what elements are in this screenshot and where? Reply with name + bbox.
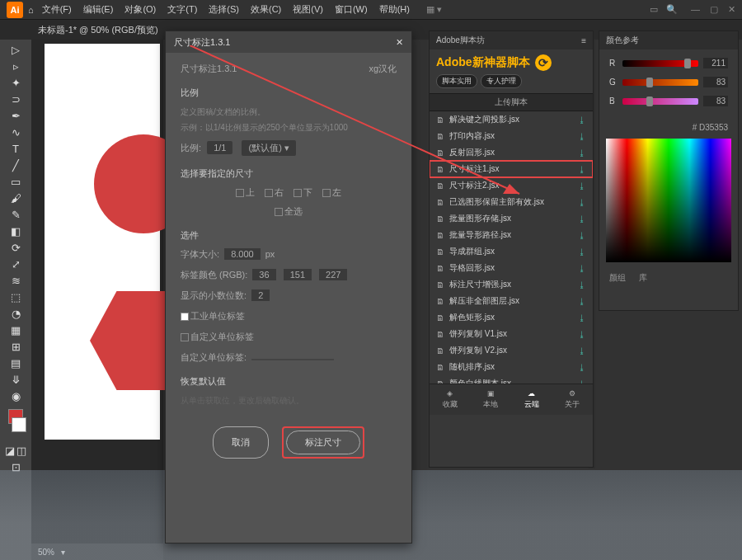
download-icon[interactable]: ⭳ bbox=[578, 346, 586, 355]
menu-file[interactable]: 文件(F) bbox=[42, 3, 72, 16]
script-item[interactable]: 🗎反射回形.jsx⭳ bbox=[430, 144, 593, 161]
menu-effect[interactable]: 效果(C) bbox=[251, 3, 281, 16]
b-value[interactable]: 83 bbox=[703, 96, 728, 106]
script-item[interactable]: 🗎导成群组.jsx⭳ bbox=[430, 243, 593, 260]
home-icon[interactable]: ⌂ bbox=[28, 5, 34, 15]
artboard[interactable] bbox=[45, 44, 160, 440]
eraser-tool[interactable]: ◧ bbox=[9, 224, 22, 238]
download-icon[interactable]: ⭳ bbox=[578, 330, 586, 339]
script-item[interactable]: 🗎解决键之间投影.jsx⭳ bbox=[430, 111, 593, 128]
script-item[interactable]: 🗎尺寸标注1.jsx⭳ bbox=[430, 161, 593, 177]
decimal-input[interactable]: 2 bbox=[251, 289, 270, 301]
lasso-tool[interactable]: ⊃ bbox=[9, 92, 22, 106]
custom-unit-input[interactable] bbox=[251, 359, 334, 360]
workspace-icon[interactable]: ▦ ▾ bbox=[426, 4, 442, 15]
ck-down[interactable]: 下 bbox=[294, 186, 312, 199]
rgb-r-input[interactable]: 36 bbox=[252, 269, 275, 280]
ck-industrial[interactable]: 工业单位标签 bbox=[181, 310, 397, 322]
footer-local[interactable]: ▣本地 bbox=[483, 389, 498, 410]
download-icon[interactable]: ⭳ bbox=[578, 247, 586, 256]
b-slider[interactable] bbox=[622, 98, 698, 105]
scale-tool[interactable]: ⤢ bbox=[9, 257, 22, 271]
color-mode-icon[interactable]: ◪ bbox=[5, 445, 15, 457]
font-size-input[interactable]: 8.000 bbox=[224, 248, 261, 260]
menu-help[interactable]: 帮助(H) bbox=[379, 3, 410, 16]
tag-1[interactable]: 脚本实用 bbox=[436, 74, 477, 88]
script-item[interactable]: 🗎尺寸标注2.jsx⭳ bbox=[430, 177, 593, 194]
footer-about[interactable]: ⚙关于 bbox=[565, 389, 580, 410]
background-swatch[interactable] bbox=[12, 417, 26, 432]
search-icon[interactable]: 🔍 bbox=[666, 4, 678, 15]
download-icon[interactable]: ⭳ bbox=[578, 132, 586, 141]
line-tool[interactable]: ╱ bbox=[9, 158, 22, 172]
pen-tool[interactable]: ✒ bbox=[9, 109, 22, 122]
eyedropper-tool[interactable]: ⤋ bbox=[9, 373, 22, 386]
download-icon[interactable]: ⭳ bbox=[578, 181, 586, 191]
scale-input[interactable]: 1/1 bbox=[207, 141, 232, 154]
cancel-button[interactable]: 取消 bbox=[213, 426, 269, 459]
menu-select[interactable]: 选择(S) bbox=[209, 3, 239, 16]
scale-default-select[interactable]: (默认值) ▾ bbox=[242, 140, 295, 156]
download-icon[interactable]: ⭳ bbox=[578, 165, 586, 174]
g-slider[interactable] bbox=[622, 79, 698, 86]
script-item[interactable]: 🗎解压非全部图层.jsx⭳ bbox=[430, 293, 593, 309]
type-tool[interactable]: T bbox=[9, 142, 22, 155]
close-icon[interactable]: ✕ bbox=[728, 4, 735, 15]
perspective-tool[interactable]: ▦ bbox=[9, 323, 22, 336]
color-panel-header[interactable]: 颜色参考 bbox=[599, 31, 738, 49]
ck-select-all[interactable]: 全选 bbox=[275, 205, 303, 218]
r-slider[interactable] bbox=[622, 60, 698, 67]
download-icon[interactable]: ⭳ bbox=[578, 280, 586, 289]
download-icon[interactable]: ⭳ bbox=[578, 264, 586, 273]
selection-tool[interactable]: ▷ bbox=[9, 43, 22, 56]
download-icon[interactable]: ⭳ bbox=[578, 379, 586, 384]
download-icon[interactable]: ⭳ bbox=[578, 214, 586, 224]
script-item[interactable]: 🗎批量导形路径.jsx⭳ bbox=[430, 227, 593, 243]
footer-cloud[interactable]: ☁云端 bbox=[524, 389, 539, 410]
menu-view[interactable]: 视图(V) bbox=[293, 3, 323, 16]
scripts-list[interactable]: 🗎解决键之间投影.jsx⭳🗎打印内容.jsx⭳🗎反射回形.jsx⭳🗎尺寸标注1.… bbox=[430, 111, 593, 384]
script-item[interactable]: 🗎饼列复制 V2.jsx⭳ bbox=[430, 342, 593, 359]
width-tool[interactable]: ≋ bbox=[9, 274, 22, 287]
script-item[interactable]: 🗎随机排序.jsx⭳ bbox=[430, 359, 593, 375]
scripts-panel-header[interactable]: Adobe脚本坊 ≡ bbox=[430, 31, 593, 49]
menu-edit[interactable]: 编辑(E) bbox=[83, 3, 114, 16]
blend-tool[interactable]: ◉ bbox=[9, 389, 22, 402]
rgb-b-input[interactable]: 227 bbox=[319, 269, 347, 280]
script-item[interactable]: 🗎颜色白线脚本.jsx⭳ bbox=[430, 375, 593, 384]
script-item[interactable]: 🗎打印内容.jsx⭳ bbox=[430, 128, 593, 144]
mesh-tool[interactable]: ⊞ bbox=[9, 340, 22, 353]
g-value[interactable]: 83 bbox=[703, 77, 728, 87]
script-item[interactable]: 🗎解色矩形.jsx⭳ bbox=[430, 309, 593, 326]
download-icon[interactable]: ⭳ bbox=[578, 115, 586, 125]
shape-builder-tool[interactable]: ◔ bbox=[9, 307, 22, 320]
gradient-tool[interactable]: ▤ bbox=[9, 356, 22, 369]
panel-menu-icon[interactable]: ≡ bbox=[581, 36, 586, 45]
ck-left[interactable]: 左 bbox=[322, 186, 341, 199]
shaper-tool[interactable]: ✎ bbox=[9, 208, 22, 221]
menu-text[interactable]: 文字(T) bbox=[167, 3, 197, 16]
dialog-close-icon[interactable]: ✕ bbox=[396, 37, 403, 48]
magic-wand-tool[interactable]: ✦ bbox=[9, 76, 22, 89]
draw-mode-icon[interactable]: ◫ bbox=[16, 445, 26, 457]
script-item[interactable]: 🗎批量图形存储.jsx⭳ bbox=[430, 210, 593, 227]
ck-right[interactable]: 右 bbox=[265, 186, 284, 199]
menu-window[interactable]: 窗口(W) bbox=[335, 3, 368, 16]
menu-object[interactable]: 对象(O) bbox=[124, 3, 156, 16]
script-item[interactable]: 🗎导格回形.jsx⭳ bbox=[430, 260, 593, 276]
tab-swatch[interactable]: 颜组 bbox=[609, 272, 626, 284]
r-value[interactable]: 211 bbox=[703, 58, 728, 68]
minimize-icon[interactable]: — bbox=[691, 4, 700, 15]
script-item[interactable]: 🗎饼列复制 V1.jsx⭳ bbox=[430, 326, 593, 342]
rectangle-tool[interactable]: ▭ bbox=[9, 175, 22, 188]
download-icon[interactable]: ⭳ bbox=[578, 297, 586, 306]
tag-2[interactable]: 专人护理 bbox=[481, 74, 522, 88]
download-icon[interactable]: ⭳ bbox=[578, 231, 586, 240]
download-icon[interactable]: ⭳ bbox=[578, 198, 586, 207]
tab-library[interactable]: 库 bbox=[639, 272, 647, 284]
direct-select-tool[interactable]: ▹ bbox=[9, 59, 22, 73]
brush-tool[interactable]: 🖌 bbox=[9, 191, 22, 205]
ck-custom[interactable]: 自定义单位标签 bbox=[181, 331, 397, 343]
doc-icon[interactable]: ▭ bbox=[650, 4, 658, 15]
ck-up[interactable]: 上 bbox=[236, 186, 255, 199]
